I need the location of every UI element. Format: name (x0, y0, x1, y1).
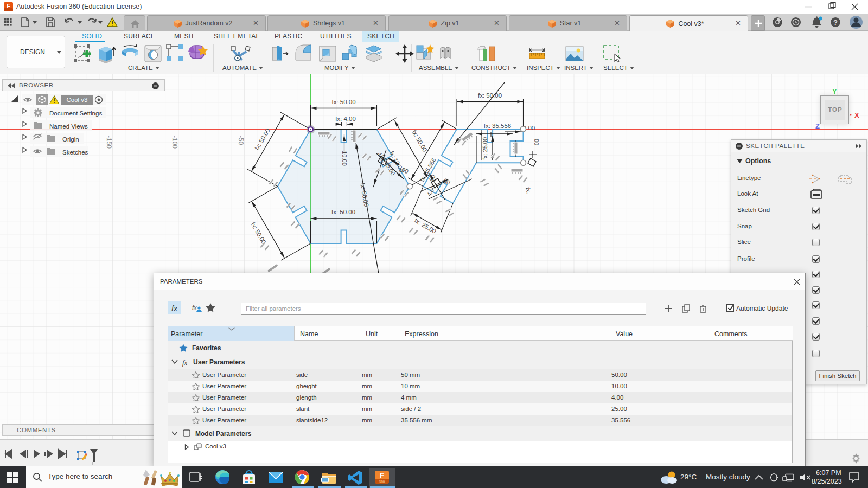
svg-text:fx: 50.00: fx: 50.00 (478, 92, 502, 99)
svg-text:Named Views: Named Views (49, 123, 88, 130)
svg-text:Z: Z (815, 122, 820, 130)
svg-text:fx: fx (171, 304, 178, 313)
svg-text:fx: fx (192, 304, 197, 311)
svg-text:fx.: fx. (525, 187, 532, 195)
svg-text:Cool v3: Cool v3 (67, 97, 88, 103)
svg-text:fx: 4.00: fx: 4.00 (335, 115, 356, 122)
svg-text:fx: 25.00: fx: 25.00 (482, 137, 488, 160)
svg-text:00: 00 (533, 139, 540, 145)
svg-text:F: F (380, 471, 385, 480)
svg-text:fx: 35.556: fx: 35.556 (484, 123, 512, 129)
svg-text:Document Settings: Document Settings (49, 110, 102, 117)
svg-text:Sketches: Sketches (62, 149, 88, 156)
svg-text:Origin: Origin (62, 136, 79, 143)
svg-text:-100: -100 (171, 136, 178, 149)
svg-text:10.00: 10.00 (341, 151, 348, 166)
svg-text:fx: 50.00: fx: 50.00 (331, 209, 355, 215)
svg-text:Y: Y (832, 87, 837, 95)
svg-text:360: 360 (379, 480, 385, 484)
svg-text:fx: 50.00: fx: 50.00 (331, 99, 355, 105)
svg-text:F: F (7, 3, 10, 9)
svg-text:?: ? (833, 18, 838, 27)
svg-text:-50: -50 (237, 136, 245, 145)
svg-text:X: X (854, 111, 859, 119)
